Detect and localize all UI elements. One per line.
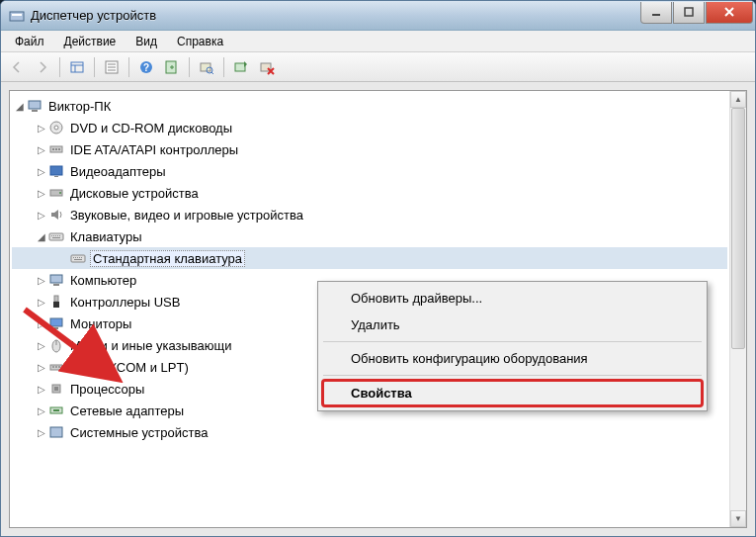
maximize-button[interactable] (673, 2, 705, 24)
help-button[interactable]: ? (134, 55, 158, 79)
tree-label: Дисковые устройства (68, 186, 201, 201)
update-driver-button[interactable] (229, 55, 253, 79)
forward-button[interactable] (31, 55, 54, 79)
tree-item[interactable]: ▷ Звуковые, видео и игровые устройства (12, 204, 727, 225)
tree-root[interactable]: ◢ Виктор-ПК (12, 95, 727, 117)
menu-properties[interactable]: Свойства (321, 379, 704, 407)
expand-icon[interactable]: ▷ (34, 313, 48, 334)
tree-item[interactable]: ▷ Видеоадаптеры (12, 160, 727, 182)
tree-label: Клавиатуры (68, 229, 144, 244)
app-icon (9, 8, 25, 24)
tree-item[interactable]: ▷ Дисковые устройства (12, 182, 727, 204)
svg-rect-42 (79, 257, 80, 258)
tree-label: Порты (COM и LPT) (68, 360, 191, 375)
tree-item-standard-keyboard[interactable]: Стандартная клавиатура (12, 247, 727, 269)
svg-rect-26 (58, 148, 60, 150)
computer-icon (27, 98, 42, 114)
menu-separator (323, 341, 702, 342)
menu-separator (323, 375, 702, 376)
disk-icon (48, 185, 64, 201)
svg-rect-41 (77, 257, 78, 258)
expand-icon[interactable]: ▷ (34, 421, 48, 443)
svg-rect-34 (55, 235, 56, 236)
system-icon (48, 424, 64, 440)
menu-delete[interactable]: Удалить (321, 312, 704, 338)
display-icon (48, 163, 64, 179)
back-button[interactable] (5, 55, 29, 79)
uninstall-button[interactable] (255, 55, 279, 79)
tree-label: DVD и CD-ROM дисководы (68, 121, 234, 135)
separator (223, 57, 224, 77)
separator (94, 57, 95, 77)
svg-rect-35 (57, 235, 58, 236)
tree-label: Системные устройства (68, 425, 210, 440)
titlebar[interactable]: Диспетчер устройств (1, 1, 755, 31)
tree-label: Процессоры (68, 382, 146, 397)
svg-rect-49 (50, 318, 62, 326)
svg-text:?: ? (143, 62, 149, 73)
expand-icon[interactable]: ▷ (34, 182, 48, 204)
minimize-button[interactable] (640, 2, 672, 24)
scroll-down-button[interactable]: ▼ (730, 510, 746, 527)
expand-icon[interactable]: ▷ (34, 400, 48, 421)
expand-icon[interactable]: ▷ (34, 117, 48, 138)
port-icon (48, 359, 64, 375)
reveal-button[interactable] (160, 55, 184, 79)
svg-rect-0 (10, 12, 24, 21)
expand-icon[interactable]: ▷ (34, 356, 48, 378)
menu-file[interactable]: Файл (5, 33, 54, 50)
scroll-track[interactable] (730, 108, 746, 510)
vertical-scrollbar[interactable]: ▲ ▼ (729, 91, 746, 527)
disc-icon (48, 120, 64, 135)
controller-icon (48, 141, 64, 157)
svg-rect-4 (71, 62, 83, 72)
svg-line-16 (211, 72, 213, 74)
svg-rect-39 (73, 257, 74, 258)
svg-rect-25 (55, 148, 57, 150)
svg-rect-61 (50, 427, 62, 437)
tree-item[interactable]: ▷ DVD и CD-ROM дисководы (12, 117, 727, 138)
tree-label: Мыши и иные указывающи (68, 338, 234, 353)
svg-point-22 (54, 126, 58, 130)
expand-icon[interactable]: ▷ (34, 160, 48, 182)
tree-label: Сетевые адаптеры (68, 403, 186, 418)
tree-item[interactable]: ▷ Системные устройства (12, 421, 727, 443)
monitor-icon (48, 315, 64, 331)
expand-icon[interactable]: ▷ (34, 291, 48, 313)
tree-item-keyboards[interactable]: ◢ Клавиатуры (12, 225, 727, 247)
tree-item[interactable]: ▷ IDE ATA/ATAPI контроллеры (12, 138, 727, 160)
toolbar: ? (1, 52, 755, 82)
view-button[interactable] (65, 55, 89, 79)
properties-button[interactable] (100, 55, 124, 79)
menu-help[interactable]: Справка (167, 33, 233, 50)
menu-scan-hardware[interactable]: Обновить конфигурацию оборудования (321, 345, 704, 372)
scroll-up-button[interactable]: ▲ (730, 91, 746, 108)
expand-icon[interactable]: ▷ (34, 269, 48, 291)
svg-rect-17 (235, 63, 245, 71)
scan-button[interactable] (195, 55, 218, 79)
close-button[interactable] (706, 2, 753, 24)
menu-view[interactable]: Вид (126, 33, 167, 50)
scroll-thumb[interactable] (731, 108, 745, 349)
separator (59, 57, 60, 77)
expand-icon[interactable]: ▷ (34, 204, 48, 225)
svg-rect-31 (49, 233, 63, 240)
expand-icon[interactable]: ▷ (34, 334, 48, 356)
expand-icon[interactable]: ▷ (34, 378, 48, 400)
separator (128, 57, 129, 77)
svg-rect-58 (54, 387, 58, 391)
svg-rect-3 (685, 8, 693, 16)
svg-rect-45 (50, 275, 62, 283)
keyboard-icon (48, 228, 64, 244)
menu-update-drivers[interactable]: Обновить драйверы... (321, 285, 704, 312)
tree-label: Звуковые, видео и игровые устройства (68, 208, 305, 223)
cpu-icon (48, 381, 64, 397)
separator (189, 57, 190, 77)
collapse-icon[interactable]: ◢ (34, 225, 48, 247)
context-menu: Обновить драйверы... Удалить Обновить ко… (317, 281, 708, 411)
collapse-icon[interactable]: ◢ (12, 95, 27, 117)
expand-icon[interactable]: ▷ (34, 138, 48, 160)
svg-point-56 (58, 366, 60, 368)
menu-action[interactable]: Действие (54, 33, 126, 50)
mouse-icon (48, 337, 64, 353)
